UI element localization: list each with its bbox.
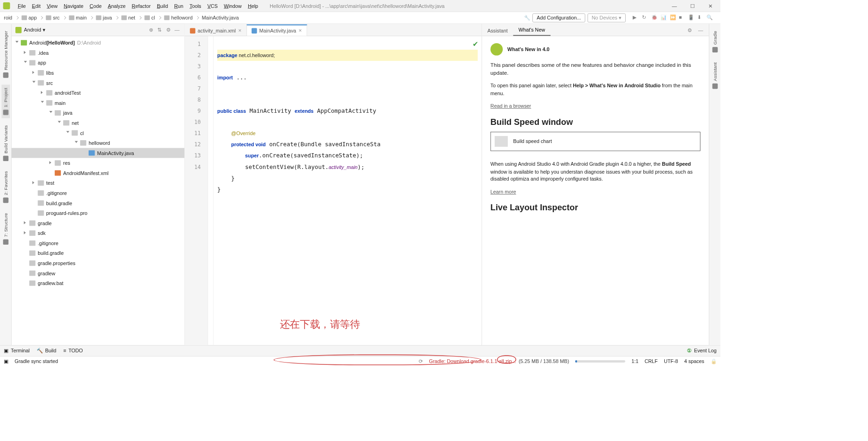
- menu-help[interactable]: Help: [245, 2, 261, 10]
- tree-node[interactable]: gradle: [12, 218, 185, 228]
- tree-node[interactable]: .idea: [12, 48, 185, 58]
- expand-icon[interactable]: ⇅: [157, 27, 163, 33]
- tree-node[interactable]: AndroidManifest.xml: [12, 168, 185, 178]
- maximize-icon[interactable]: ☐: [690, 3, 695, 8]
- tree-node[interactable]: cl: [12, 128, 185, 138]
- left-tab[interactable]: 2: Favorites: [1, 168, 10, 206]
- tree-node[interactable]: build.gradle: [12, 198, 185, 208]
- left-tab[interactable]: 1: Project: [1, 85, 10, 118]
- breadcrumb-item[interactable]: MainActivity.java: [201, 15, 240, 20]
- live-layout-heading: Live Layout Inspector: [491, 203, 700, 213]
- file-encoding[interactable]: UTF-8: [664, 358, 678, 364]
- editor-gutter: 12367891011121314: [185, 36, 208, 345]
- left-tab[interactable]: Resource Manager: [1, 28, 10, 81]
- menu-code[interactable]: Code: [86, 2, 104, 10]
- todo-tab[interactable]: ≡ TODO: [63, 348, 83, 353]
- learn-more-link[interactable]: Learn more: [491, 189, 516, 195]
- tree-node[interactable]: libs: [12, 68, 185, 78]
- menu-edit[interactable]: Edit: [29, 2, 44, 10]
- indent-setting[interactable]: 4 spaces: [684, 358, 704, 364]
- project-view-selector[interactable]: Android ▾: [24, 27, 45, 32]
- tree-node[interactable]: .gitignore: [12, 238, 185, 248]
- tree-node[interactable]: helloword: [12, 138, 185, 148]
- menu-window[interactable]: Window: [221, 2, 245, 10]
- hide-icon[interactable]: —: [698, 27, 704, 33]
- tree-node[interactable]: .gitignore: [12, 188, 185, 198]
- left-tab[interactable]: 7: Structure: [1, 210, 10, 247]
- editor-tab[interactable]: MainActivity.java ✕: [246, 24, 307, 36]
- close-tab-icon[interactable]: ✕: [298, 28, 302, 33]
- hide-icon[interactable]: —: [175, 27, 181, 33]
- tab-assistant[interactable]: Assistant: [482, 26, 513, 36]
- download-status: Gradle: Download gradle-6.1.1-all.zip...…: [429, 358, 569, 364]
- build-tab[interactable]: 🔨 Build: [37, 348, 56, 353]
- tree-node[interactable]: src: [12, 78, 185, 88]
- menu-file[interactable]: File: [15, 2, 29, 10]
- tree-node[interactable]: build.gradle: [12, 248, 185, 259]
- lock-icon[interactable]: 🔒: [711, 358, 717, 364]
- left-tab[interactable]: Build Variants: [1, 122, 10, 164]
- breadcrumb-item[interactable]: net: [120, 15, 137, 20]
- tree-node[interactable]: MainActivity.java: [12, 148, 185, 158]
- tree-node[interactable]: test: [12, 178, 185, 188]
- android-icon: [15, 27, 21, 33]
- menu-analyze[interactable]: Analyze: [105, 2, 129, 10]
- code-editor[interactable]: package net.cl.helloword; import ... pub…: [214, 36, 482, 345]
- breadcrumb-item[interactable]: app: [20, 15, 39, 20]
- locate-icon[interactable]: ⊕: [149, 27, 155, 33]
- avd-icon[interactable]: 📱: [688, 14, 695, 21]
- tree-node[interactable]: androidTest: [12, 88, 185, 98]
- close-icon[interactable]: ✕: [708, 3, 713, 8]
- tree-node[interactable]: proguard-rules.pro: [12, 208, 185, 218]
- right-tab[interactable]: Gradle: [711, 28, 719, 56]
- attach-icon[interactable]: ⏩: [670, 14, 677, 21]
- run-config-combo[interactable]: Add Configuration...: [532, 13, 585, 22]
- debug-icon[interactable]: 🐞: [651, 14, 658, 21]
- minimize-icon[interactable]: —: [672, 3, 677, 8]
- search-icon[interactable]: 🔍: [706, 14, 713, 21]
- breadcrumb-item[interactable]: main: [67, 15, 88, 20]
- tree-node[interactable]: Android [HelloWord]D:\Android: [12, 38, 185, 48]
- terminal-tab[interactable]: ▣ Terminal: [4, 348, 30, 353]
- menu-refactor[interactable]: Refactor: [129, 2, 154, 10]
- breadcrumb-item[interactable]: src: [45, 15, 61, 20]
- menu-navigate[interactable]: Navigate: [61, 2, 87, 10]
- tree-node[interactable]: app: [12, 58, 185, 68]
- device-combo[interactable]: No Devices ▾: [588, 13, 626, 22]
- tree-node[interactable]: gradlew: [12, 268, 185, 279]
- menu-build[interactable]: Build: [154, 2, 171, 10]
- gear-icon[interactable]: ⚙: [166, 27, 172, 33]
- breadcrumb-item[interactable]: helloword: [162, 15, 194, 20]
- build-speed-desc: When using Android Studio 4.0 with Andro…: [491, 160, 700, 183]
- menu-vcs[interactable]: VCS: [204, 2, 220, 10]
- sdk-icon[interactable]: ⬇: [697, 14, 704, 21]
- tree-node[interactable]: sdk: [12, 228, 185, 238]
- profiler-icon[interactable]: 📊: [661, 14, 667, 21]
- breadcrumb-item[interactable]: cl: [143, 15, 156, 20]
- menu-run[interactable]: Run: [171, 2, 187, 10]
- tree-node[interactable]: gradle.properties: [12, 258, 185, 268]
- apply-changes-icon[interactable]: ↻: [642, 14, 649, 21]
- tree-node[interactable]: java: [12, 108, 185, 118]
- gear-icon[interactable]: ⚙: [687, 27, 693, 33]
- tree-node[interactable]: gradlew.bat: [12, 278, 185, 288]
- right-tab[interactable]: Assistant: [711, 59, 719, 92]
- whats-new-panel: Assistant What's New ⚙ — What's New in 4…: [482, 24, 709, 345]
- editor-tab[interactable]: activity_main.xml ✕: [185, 25, 246, 36]
- project-tree[interactable]: Android [HelloWord]D:\Android.ideaapplib…: [12, 36, 185, 345]
- run-icon[interactable]: ▶: [633, 14, 640, 21]
- caret-position[interactable]: 1:1: [631, 358, 638, 364]
- tree-node[interactable]: main: [12, 98, 185, 108]
- event-log-tab[interactable]: ① Event Log: [687, 348, 717, 353]
- breadcrumb-item[interactable]: java: [94, 15, 113, 20]
- close-tab-icon[interactable]: ✕: [238, 28, 241, 33]
- stop-icon[interactable]: ■: [679, 14, 686, 21]
- line-separator[interactable]: CRLF: [645, 358, 658, 364]
- read-in-browser-link[interactable]: Read in a browser: [491, 104, 531, 109]
- menu-tools[interactable]: Tools: [187, 2, 204, 10]
- menu-view[interactable]: View: [44, 2, 60, 10]
- breadcrumb-item[interactable]: roid: [2, 15, 14, 20]
- tab-whats-new[interactable]: What's New: [513, 25, 550, 36]
- tree-node[interactable]: res: [12, 158, 185, 168]
- tree-node[interactable]: net: [12, 118, 185, 128]
